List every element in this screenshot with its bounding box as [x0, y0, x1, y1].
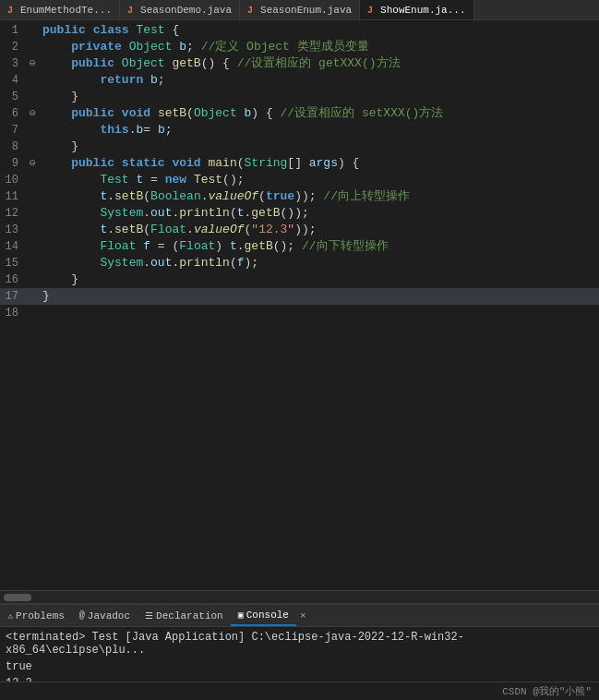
tab-label: ShowEnum.ja...: [380, 5, 465, 16]
line-number: 1: [0, 22, 26, 39]
java-file-icon: J: [247, 6, 257, 15]
tab-console-label: Console: [246, 609, 289, 621]
line-number: 3: [0, 55, 26, 72]
code-content: t.setB(Float.valueOf("12.3"));: [39, 222, 317, 238]
line-number: 9: [0, 155, 26, 172]
tab-javadoc-label: Javadoc: [88, 610, 130, 622]
fold-gutter: ⊖: [26, 105, 39, 122]
line-number: 8: [0, 139, 26, 155]
tab-show-enum[interactable]: J ShowEnum.ja...: [360, 0, 473, 19]
tab-problems-label: Problems: [16, 610, 65, 622]
line-number: 15: [0, 255, 26, 272]
tab-season-enum[interactable]: J SeasonEnum.java: [240, 0, 360, 19]
java-file-icon: J: [127, 6, 137, 15]
bottom-panel: ⚠ Problems @ Javadoc ☰ Declaration ▣ Con…: [0, 603, 599, 700]
console-output-line-1: true: [6, 658, 593, 675]
code-line: 12 System.out.println(t.getB());: [0, 205, 599, 222]
tab-problems[interactable]: ⚠ Problems: [0, 605, 72, 626]
code-line: 8 }: [0, 139, 599, 155]
line-number: 4: [0, 72, 26, 89]
code-content: }: [39, 272, 78, 288]
line-number: 7: [0, 122, 26, 139]
code-line: 2 private Object b; //定义 Object 类型成员变量: [0, 39, 599, 55]
console-content: <terminated> Test [Java Application] C:\…: [0, 627, 599, 682]
horizontal-scrollbar[interactable]: [0, 590, 599, 603]
javadoc-icon: @: [79, 610, 85, 621]
console-output-line-2: 12.3: [6, 675, 593, 682]
tab-label: SeasonDemo.java: [140, 5, 232, 16]
code-content: public static void main(String[] args) {: [39, 155, 359, 172]
panel-footer: CSDN @我的"小熊": [0, 682, 599, 700]
code-line: 7 this.b= b;: [0, 122, 599, 139]
code-content: Test t = new Test();: [39, 172, 245, 188]
close-panel-button[interactable]: ×: [296, 605, 310, 626]
code-content: }: [39, 89, 78, 105]
tab-label: EnumMethodTe...: [20, 5, 112, 16]
tab-declaration-label: Declaration: [156, 610, 223, 622]
console-icon: ▣: [238, 609, 244, 621]
line-number: 16: [0, 272, 26, 288]
panel-tab-bar: ⚠ Problems @ Javadoc ☰ Declaration ▣ Con…: [0, 605, 599, 627]
code-line: 14 Float f = (Float) t.getB(); //向下转型操作: [0, 238, 599, 255]
line-number: 10: [0, 172, 26, 188]
tab-declaration[interactable]: ☰ Declaration: [138, 605, 231, 626]
line-number: 13: [0, 222, 26, 238]
code-content: }: [39, 139, 78, 155]
code-content: this.b= b;: [39, 122, 173, 139]
code-line: 13 t.setB(Float.valueOf("12.3"));: [0, 222, 599, 238]
line-number: 11: [0, 188, 26, 205]
fold-gutter: ⊖: [26, 155, 39, 172]
code-line: 3 ⊖ public Object getB() { //设置相应的 getXX…: [0, 55, 599, 72]
java-file-icon: J: [7, 6, 17, 15]
close-icon: ×: [300, 610, 306, 622]
tab-label: SeasonEnum.java: [260, 5, 352, 16]
code-content: Float f = (Float) t.getB(); //向下转型操作: [39, 238, 389, 255]
scrollbar-thumb[interactable]: [4, 594, 31, 601]
fold-gutter: ⊖: [26, 55, 39, 72]
code-content: t.setB(Boolean.valueOf(true)); //向上转型操作: [39, 188, 410, 205]
code-content: public void setB(Object b) { //设置相应的 set…: [39, 105, 443, 122]
tab-bar: J EnumMethodTe... J SeasonDemo.java J Se…: [0, 0, 599, 20]
line-number: 18: [0, 305, 26, 321]
code-line: 18: [0, 305, 599, 321]
code-line: 11 t.setB(Boolean.valueOf(true)); //向上转型…: [0, 188, 599, 205]
line-number: 6: [0, 105, 26, 122]
tab-season-demo[interactable]: J SeasonDemo.java: [120, 0, 240, 19]
code-content: private Object b; //定义 Object 类型成员变量: [39, 39, 369, 55]
line-number: 17: [0, 288, 26, 305]
java-file-icon: J: [367, 6, 377, 15]
line-number: 5: [0, 89, 26, 105]
line-number: 12: [0, 205, 26, 222]
footer-text: CSDN @我的"小熊": [502, 684, 592, 698]
code-area[interactable]: 1 public class Test { 2 private Object b…: [0, 20, 599, 590]
console-header: <terminated> Test [Java Application] C:\…: [6, 631, 593, 657]
tab-javadoc[interactable]: @ Javadoc: [72, 605, 138, 626]
tab-enum-method[interactable]: J EnumMethodTe...: [0, 0, 120, 19]
code-line: 6 ⊖ public void setB(Object b) { //设置相应的…: [0, 105, 599, 122]
code-line: 4 return b;: [0, 72, 599, 89]
code-line: 5 }: [0, 89, 599, 105]
code-content: return b;: [39, 72, 165, 89]
code-line: 1 public class Test {: [0, 22, 599, 39]
code-line-highlighted: 17 }: [0, 288, 599, 305]
declaration-icon: ☰: [145, 610, 153, 622]
code-line: 16 }: [0, 272, 599, 288]
code-line: 15 System.out.println(f);: [0, 255, 599, 272]
line-number: 2: [0, 39, 26, 55]
code-content: }: [39, 288, 50, 305]
code-line: 10 Test t = new Test();: [0, 172, 599, 188]
code-line: 9 ⊖ public static void main(String[] arg…: [0, 155, 599, 172]
code-content: public class Test {: [39, 22, 179, 39]
code-content: public Object getB() { //设置相应的 getXXX()方…: [39, 55, 401, 72]
code-content: System.out.println(f);: [39, 255, 258, 272]
problems-icon: ⚠: [7, 610, 13, 622]
code-editor: 1 public class Test { 2 private Object b…: [0, 20, 599, 603]
code-content: System.out.println(t.getB());: [39, 205, 309, 222]
tab-console[interactable]: ▣ Console: [231, 605, 296, 626]
line-number: 14: [0, 238, 26, 255]
